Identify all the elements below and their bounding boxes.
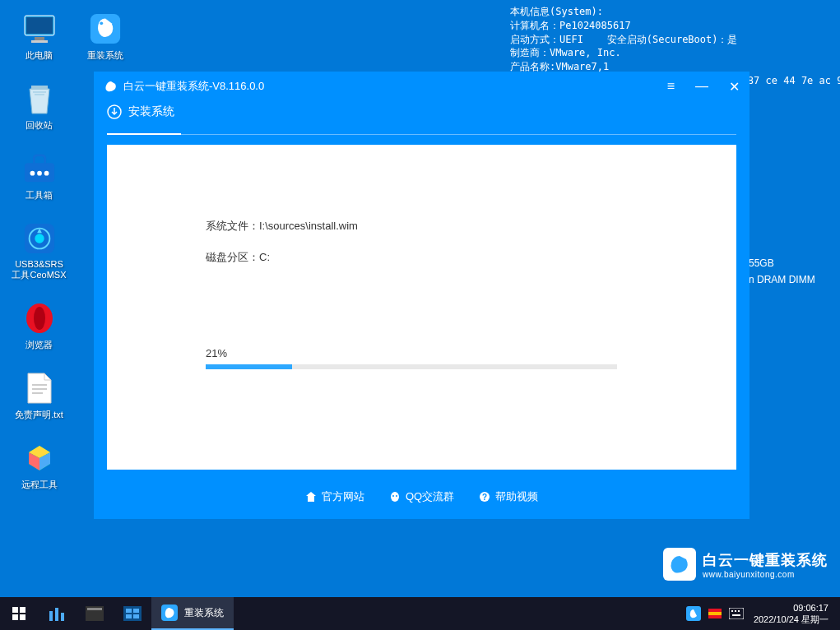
desktop-icon-usb3-srs[interactable]: USB3&SRS 工具CeoMSX [8, 222, 70, 281]
tray-icon-keyboard[interactable] [727, 597, 745, 630]
qq-icon [389, 491, 401, 503]
progress-area: 21% [206, 347, 638, 369]
svg-rect-32 [61, 613, 64, 621]
tab-label: 安装系统 [128, 104, 174, 119]
footer-link-help-video[interactable]: ? 帮助视频 [479, 489, 538, 504]
brand-bird-icon [663, 548, 696, 581]
desktop-icon-browser[interactable]: 浏览器 [8, 302, 70, 351]
desktop-icon-disclaimer[interactable]: 免责声明.txt [8, 372, 70, 421]
tab-install-system[interactable]: 安装系统 [107, 104, 174, 126]
close-button[interactable]: ✕ [729, 79, 740, 95]
desktop-icon-recycle-bin[interactable]: 回收站 [8, 82, 70, 132]
home-icon [305, 491, 317, 503]
disk-value: C: [259, 251, 270, 263]
sys-file-label: 系统文件： [206, 220, 259, 232]
desktop-icon-this-pc[interactable]: 此电脑 [8, 12, 70, 62]
desktop-icon-reinstall[interactable]: 重装系统 [74, 12, 136, 62]
desktop-icon-remote-tool[interactable]: 远程工具 [8, 442, 70, 491]
svg-rect-45 [729, 608, 744, 619]
installer-content: 系统文件：I:\sources\install.wim 磁盘分区：C: 21% [107, 145, 736, 470]
tray-date: 2022/10/24 [754, 614, 799, 624]
taskbar-app-3[interactable] [114, 597, 151, 630]
tray-clock[interactable]: 09:06:17 2022/10/24 星期一 [749, 602, 833, 626]
svg-rect-38 [126, 614, 132, 618]
icon-label: 重装系统 [87, 49, 123, 62]
svg-rect-26 [12, 607, 18, 613]
svg-point-8 [44, 171, 49, 176]
svg-point-21 [392, 495, 394, 497]
progress-fill [206, 364, 292, 369]
svg-rect-48 [738, 610, 740, 612]
extra-info-line: 55GB [749, 255, 815, 271]
tab-underline [107, 134, 736, 135]
window-titlebar[interactable]: 白云一键重装系统-V8.116.0.0 ≡ — ✕ [94, 72, 750, 101]
svg-rect-42 [708, 609, 722, 612]
disk-partition-row: 磁盘分区：C: [206, 250, 638, 265]
usb-tool-icon [23, 222, 56, 255]
svg-rect-47 [735, 610, 736, 612]
svg-point-18 [100, 21, 103, 25]
footer-link-website[interactable]: 官方网站 [305, 489, 364, 504]
taskbar-active-app[interactable]: 重装系统 [151, 597, 234, 630]
svg-rect-35 [123, 606, 142, 621]
svg-rect-34 [87, 608, 102, 610]
help-icon: ? [479, 491, 490, 503]
svg-point-7 [37, 171, 42, 176]
taskbar: 重装系统 09:06:17 2022/10/24 星期一 [0, 597, 840, 630]
svg-rect-28 [12, 614, 18, 620]
progress-percent-label: 21% [206, 347, 638, 359]
icon-label: 免责声明.txt [15, 409, 63, 421]
svg-rect-44 [708, 615, 722, 618]
installer-window: 白云一键重装系统-V8.116.0.0 ≡ — ✕ 安装系统 系统文件：I:\s… [94, 72, 750, 519]
taskbar-app-2[interactable] [76, 597, 114, 630]
remote-tool-icon [23, 442, 56, 475]
installer-footer: 官方网站 QQ交流群 ? 帮助视频 [94, 476, 750, 519]
svg-rect-31 [55, 608, 58, 621]
footer-link-qq-group[interactable]: QQ交流群 [389, 489, 454, 504]
svg-point-22 [396, 495, 397, 497]
icon-label: 此电脑 [26, 49, 53, 62]
watermark-url: www.baiyunxitong.com [703, 570, 828, 579]
icon-label: 远程工具 [21, 479, 58, 491]
system-tray: 09:06:17 2022/10/24 星期一 [685, 597, 840, 630]
taskbar-app-label: 重装系统 [184, 606, 224, 620]
start-button[interactable] [0, 597, 38, 630]
toolbox-icon [23, 152, 56, 185]
menu-button[interactable]: ≡ [667, 79, 675, 94]
sys-file-value: I:\sources\install.wim [259, 220, 358, 232]
footer-label: 帮助视频 [495, 489, 538, 504]
icon-label: 回收站 [26, 119, 53, 132]
system-file-row: 系统文件：I:\sources\install.wim [206, 219, 638, 234]
footer-label: 官方网站 [322, 489, 364, 504]
svg-point-13 [34, 307, 45, 330]
svg-rect-1 [26, 17, 53, 34]
taskbar-app-1[interactable] [38, 597, 76, 630]
icon-label: USB3&SRS 工具CeoMSX [12, 259, 66, 281]
desktop-icon-toolbox[interactable]: 工具箱 [8, 152, 70, 202]
opera-icon [23, 302, 56, 335]
svg-rect-2 [35, 37, 44, 40]
svg-point-20 [391, 492, 399, 502]
disk-label: 磁盘分区： [206, 251, 259, 263]
svg-rect-27 [20, 607, 26, 613]
computer-icon [23, 12, 56, 45]
svg-text:?: ? [482, 493, 487, 502]
icon-label: 浏览器 [26, 339, 53, 351]
tray-time: 09:06:17 [754, 602, 828, 614]
tray-icon-bird[interactable] [685, 597, 703, 630]
extra-info-line: n DRAM DIMM [749, 271, 815, 288]
app-bird-icon [161, 605, 178, 621]
svg-rect-29 [20, 614, 26, 620]
svg-rect-30 [49, 611, 53, 621]
download-icon [107, 104, 122, 119]
window-title: 白云一键重装系统-V8.116.0.0 [123, 79, 264, 94]
footer-label: QQ交流群 [406, 489, 454, 504]
svg-rect-49 [732, 614, 740, 616]
watermark-title: 白云一键重装系统 [703, 550, 828, 570]
tray-icon-flag[interactable] [706, 597, 724, 630]
svg-point-11 [35, 234, 44, 243]
text-file-icon [23, 372, 56, 405]
svg-rect-36 [126, 609, 132, 613]
svg-rect-43 [708, 612, 722, 615]
minimize-button[interactable]: — [695, 79, 708, 94]
